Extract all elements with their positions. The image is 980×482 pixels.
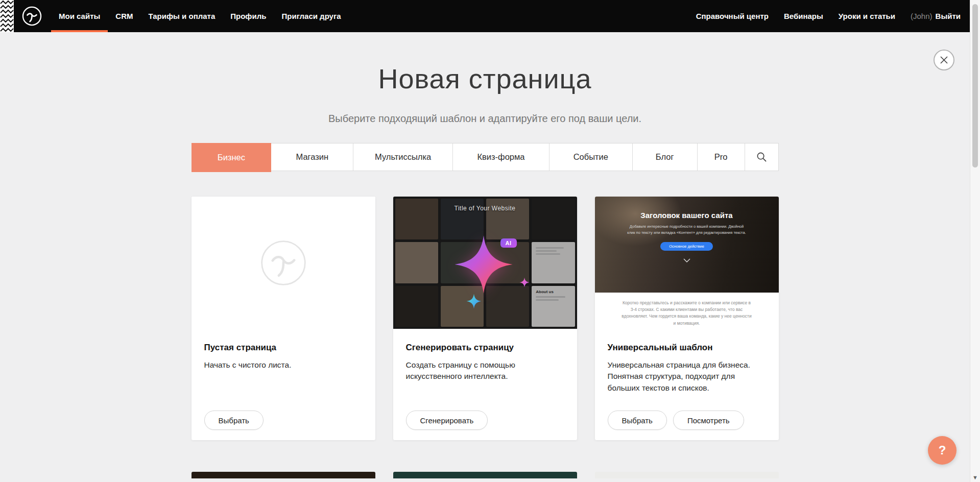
template-card-partial[interactable] xyxy=(192,472,375,478)
tab-business[interactable]: Бизнес xyxy=(192,143,272,172)
view-button[interactable]: Посмотреть xyxy=(673,411,744,430)
tab-quiz-form[interactable]: Квиз-форма xyxy=(453,143,549,171)
template-grid-row2 xyxy=(192,472,779,478)
card-body: Пустая страница Начать с чистого листа. … xyxy=(192,329,375,440)
card-actions: Выбрать xyxy=(204,411,363,430)
tilda-logo[interactable] xyxy=(22,0,42,32)
secondary-nav: Справочный центр Вебинары Уроки и статьи… xyxy=(688,0,980,32)
tab-search[interactable] xyxy=(745,143,778,171)
nav-lessons[interactable]: Уроки и статьи xyxy=(831,0,903,32)
choose-button[interactable]: Выбрать xyxy=(204,411,264,430)
nav-crm[interactable]: CRM xyxy=(108,0,140,32)
card-title: Пустая страница xyxy=(204,343,363,353)
card-title: Универсальный шаблон xyxy=(608,343,766,353)
preview-hero: Заголовок вашего сайта Добавьте интересн… xyxy=(595,197,779,293)
tab-blog[interactable]: Блог xyxy=(633,143,698,171)
template-card-universal[interactable]: Заголовок вашего сайта Добавьте интересн… xyxy=(595,197,779,440)
card-description: Создать страницу с помощью искусственног… xyxy=(406,359,564,382)
scrollbar-down-arrow[interactable]: ▼ xyxy=(970,474,980,480)
ai-sparkle-tiny-icon xyxy=(519,277,530,287)
template-card-partial[interactable] xyxy=(393,472,577,478)
nav-webinars[interactable]: Вебинары xyxy=(776,0,831,32)
top-navbar: Мои сайты CRM Тарифы и оплата Профиль Пр… xyxy=(0,0,980,32)
page-title: Новая страница xyxy=(192,63,779,94)
page-subtitle: Выберите подходящий шаблон и адаптируйте… xyxy=(192,113,779,125)
nav-profile[interactable]: Профиль xyxy=(223,0,274,32)
template-card-blank[interactable]: Пустая страница Начать с чистого листа. … xyxy=(192,197,375,440)
template-category-tabs: Бизнес Магазин Мультиссылка Квиз-форма С… xyxy=(192,143,779,171)
scrollbar-thumb[interactable] xyxy=(972,4,978,167)
logout-link[interactable]: Выйти xyxy=(936,12,961,20)
tilda-new-page-screen: { "navbar": { "items_left": [ { "label":… xyxy=(0,0,980,482)
user-name: (John) xyxy=(911,12,933,20)
preview-body-text: Коротко представьтесь и расскажите о ком… xyxy=(595,293,779,329)
close-button[interactable] xyxy=(934,50,954,70)
tab-pro[interactable]: Pro xyxy=(698,143,745,171)
tab-store[interactable]: Магазин xyxy=(271,143,353,171)
ai-badge: AI xyxy=(500,238,517,248)
help-widget-button[interactable]: ? xyxy=(928,436,957,465)
close-icon xyxy=(940,56,948,64)
card-body: Универсальный шаблон Универсальная стран… xyxy=(595,329,779,440)
primary-nav: Мои сайты CRM Тарифы и оплата Профиль Пр… xyxy=(51,0,349,32)
card-actions: Сгенерировать xyxy=(406,411,564,430)
preview-site-subtitle: Добавьте интересные подробности о вашей … xyxy=(627,224,747,235)
template-card-ai-generate[interactable]: About us Title of Your Website xyxy=(393,197,577,440)
choose-button[interactable]: Выбрать xyxy=(608,411,667,430)
card-title: Сгенерировать страницу xyxy=(406,343,564,353)
new-page-dialog: Новая страница Выберите подходящий шабло… xyxy=(192,63,779,478)
nav-my-sites[interactable]: Мои сайты xyxy=(51,0,108,32)
nav-invite-friend[interactable]: Пригласи друга xyxy=(274,0,348,32)
nav-help-center[interactable]: Справочный центр xyxy=(688,0,776,32)
ai-preview: About us Title of Your Website xyxy=(393,197,577,329)
tab-event[interactable]: Событие xyxy=(549,143,633,171)
question-mark-icon: ? xyxy=(939,443,946,457)
preview-cta-button: Основное действие xyxy=(660,242,713,251)
user-menu: (John) Выйти xyxy=(903,0,973,32)
scrollbar[interactable]: ▼ xyxy=(970,0,980,482)
ai-sparkle-small-icon xyxy=(466,294,482,309)
template-grid: Пустая страница Начать с чистого листа. … xyxy=(192,197,779,440)
search-icon xyxy=(756,152,767,162)
card-description: Начать с чистого листа. xyxy=(204,359,363,371)
main-area: Новая страница Выберите подходящий шабло… xyxy=(0,32,970,482)
generate-button[interactable]: Сгенерировать xyxy=(406,411,488,430)
blank-preview xyxy=(192,197,375,329)
tab-multilink[interactable]: Мультиссылка xyxy=(353,143,453,171)
zigzag-decoration xyxy=(0,0,14,32)
card-actions: Выбрать Посмотреть xyxy=(608,411,766,430)
tilda-watermark-icon xyxy=(260,239,307,286)
universal-preview: Заголовок вашего сайта Добавьте интересн… xyxy=(595,197,779,329)
nav-tariffs[interactable]: Тарифы и оплата xyxy=(140,0,223,32)
preview-site-title: Title of Your Website xyxy=(393,205,577,212)
card-body: Сгенерировать страницу Создать страницу … xyxy=(393,329,577,440)
preview-site-title: Заголовок вашего сайта xyxy=(640,211,732,220)
template-card-partial[interactable] xyxy=(595,472,779,478)
chevron-down-icon xyxy=(683,258,690,262)
card-description: Универсальная страница для бизнеса. Поня… xyxy=(608,359,766,394)
